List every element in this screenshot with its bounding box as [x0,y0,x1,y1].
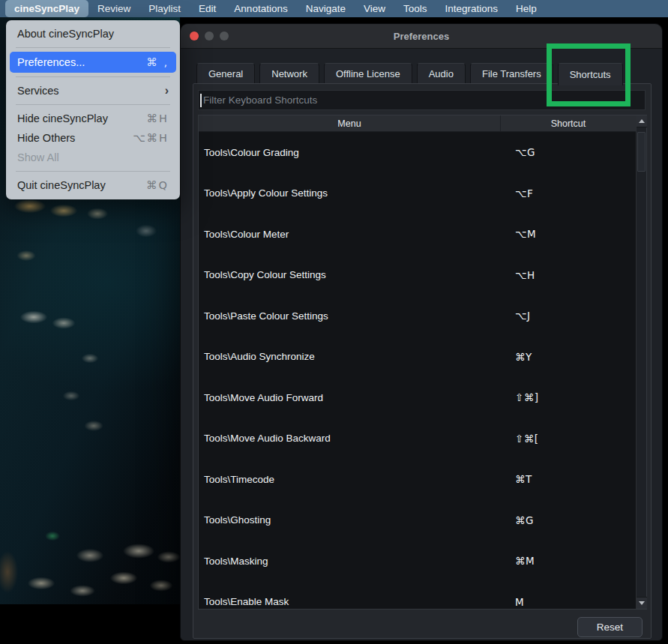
background-wallpaper-edge [662,17,668,644]
menubar-item-playlist[interactable]: Playlist [139,0,190,17]
menu-cell: Tools\Ghosting [199,514,515,526]
menu-cell: Tools\Enable Mask [199,596,515,607]
table-row[interactable]: Tools\Colour Grading⌥G [199,132,636,173]
shortcut-cell: ⌘G [515,514,636,526]
shortcut-cell: ⌥G [515,146,636,158]
menubar-item-review[interactable]: Review [88,0,139,17]
menubar-item-cinesyncplay[interactable]: cineSyncPlay [5,0,88,17]
menubar-item-help[interactable]: Help [507,0,546,17]
shortcut-cell: ⌥F [515,187,636,199]
filter-input[interactable] [199,91,645,109]
menu-cell: Tools\Move Audio Forward [199,392,515,403]
menu-cell: Tools\Paste Colour Settings [199,310,515,322]
menubar: cineSyncPlay Review Playlist Edit Annota… [0,0,668,17]
text-caret [200,94,202,107]
menu-item-label: Preferences... [17,56,146,68]
menu-separator [16,104,170,105]
menu-item-label: Quit cineSyncPlay [17,179,146,191]
table-row[interactable]: Tools\Ghosting⌘G [199,500,636,541]
table-scrollbar[interactable] [636,115,646,609]
tab-shortcuts[interactable]: Shortcuts [558,63,623,85]
menu-separator [16,76,170,77]
menu-cell: Tools\Colour Meter [199,229,515,240]
menu-item-services[interactable]: Services › [10,81,176,100]
minimize-button[interactable] [205,31,214,40]
table-row[interactable]: Tools\Timecode⌘T [199,459,636,500]
zoom-button[interactable] [220,31,229,40]
table-header: Menu Shortcut [199,115,636,132]
scroll-up-button[interactable] [637,115,647,127]
preferences-window: Preferences General Network Offline Lice… [180,23,663,641]
traffic-lights [190,31,229,40]
scroll-up-icon [639,119,645,123]
menu-cell: Tools\Masking [199,556,515,567]
table-row[interactable]: Tools\Colour Meter⌥M [199,214,636,255]
menu-item-label: Show All [17,151,169,163]
column-header-menu[interactable]: Menu [199,115,501,131]
tab-file-transfers[interactable]: File Transfers [470,63,553,84]
chevron-right-icon: › [165,85,169,97]
menubar-item-navigate[interactable]: Navigate [297,0,355,17]
shortcut-cell: ⌥J [515,310,636,322]
filter-field [198,90,646,110]
menu-item-hide-others[interactable]: Hide Others ⌥⌘H [10,128,176,148]
app-menu: About cineSyncPlay Preferences... ⌘ , Se… [6,20,180,199]
menu-separator [16,171,170,172]
shortcut-cell: ⇧⌘] [515,391,636,403]
menubar-item-annotations[interactable]: Annotations [225,0,296,17]
menu-cell: Tools\Move Audio Backward [199,433,515,444]
menu-cell: Tools\Apply Colour Settings [199,187,515,199]
table-row[interactable]: Tools\Apply Colour Settings⌥F [199,173,636,214]
table-row[interactable]: Tools\Copy Colour Settings⌥H [199,255,636,296]
menu-item-preferences[interactable]: Preferences... ⌘ , [10,52,176,73]
menu-item-show-all: Show All [10,148,176,167]
tab-general[interactable]: General [196,63,255,84]
menubar-item-view[interactable]: View [355,0,394,17]
table-row[interactable]: Tools\Masking⌘M [199,541,636,582]
menubar-item-edit[interactable]: Edit [190,0,225,17]
shortcut-cell: ⌘Y [515,351,636,363]
menu-item-shortcut: ⌥⌘H [133,132,169,144]
shortcut-cell: ⇧⌘[ [515,433,636,445]
scrollbar-thumb[interactable] [637,132,646,172]
reset-button[interactable]: Reset [577,617,643,637]
shortcuts-pane: Menu Shortcut Tools\Colour Grading⌥G Too… [193,83,652,639]
tab-network[interactable]: Network [259,63,319,84]
menu-cell: Tools\Colour Grading [199,147,515,158]
menu-separator [16,47,170,48]
table-row[interactable]: Tools\Paste Colour Settings⌥J [199,295,636,337]
shortcut-cell: ⌘T [515,473,636,485]
menu-item-label: Hide Others [17,132,133,144]
menu-item-shortcut: ⌘ , [146,56,169,68]
menu-item-shortcut: ⌘Q [146,179,169,191]
menu-item-label: Services [17,85,165,97]
shortcut-cell: ⌘M [515,555,636,567]
column-header-shortcut[interactable]: Shortcut [501,115,636,131]
titlebar[interactable]: Preferences [181,24,662,49]
shortcuts-table: Menu Shortcut Tools\Colour Grading⌥G Too… [198,115,647,610]
scroll-down-button[interactable] [637,597,647,609]
table-row[interactable]: Tools\Move Audio Backward⇧⌘[ [199,418,636,460]
table-row[interactable]: Tools\Enable MaskM [199,582,636,610]
tab-bar: General Network Offline License Audio Fi… [196,63,623,84]
menu-cell: Tools\Timecode [199,474,515,485]
table-row[interactable]: Tools\Move Audio Forward⇧⌘] [199,377,636,418]
close-button[interactable] [190,31,199,40]
tab-offline-license[interactable]: Offline License [324,63,412,84]
tab-audio[interactable]: Audio [417,63,466,84]
menu-cell: Tools\Audio Synchronize [199,351,515,362]
menubar-item-tools[interactable]: Tools [394,0,436,17]
window-title: Preferences [181,31,662,42]
menu-item-quit[interactable]: Quit cineSyncPlay ⌘Q [10,175,176,195]
menu-item-label: About cineSyncPlay [17,28,169,40]
menu-item-shortcut: ⌘H [147,112,169,124]
shortcut-cell: ⌥H [515,269,636,281]
scroll-down-icon [639,601,645,605]
menu-item-about[interactable]: About cineSyncPlay [10,24,176,43]
shortcut-cell: M [515,596,636,608]
table-row[interactable]: Tools\Audio Synchronize⌘Y [199,337,636,378]
menu-cell: Tools\Copy Colour Settings [199,269,515,280]
menubar-item-integrations[interactable]: Integrations [436,0,508,17]
table-body: Tools\Colour Grading⌥G Tools\Apply Colou… [199,132,636,609]
menu-item-hide-app[interactable]: Hide cineSyncPlay ⌘H [10,109,176,128]
